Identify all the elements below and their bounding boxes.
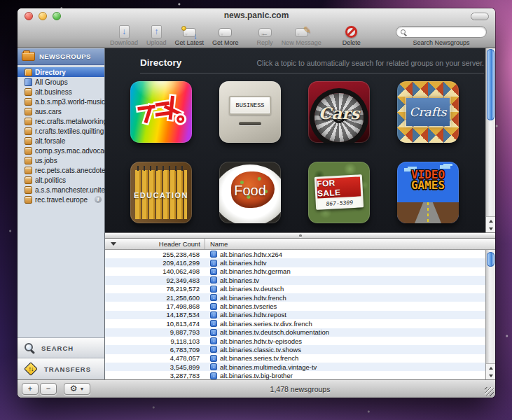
sidebar-item-group[interactable]: rec.crafts.metalworking xyxy=(18,116,104,126)
table-row[interactable]: 6,783,709 alt.binaries.classic.tv.shows xyxy=(105,345,485,354)
scroll-down-arrow[interactable] xyxy=(486,372,495,379)
table-row[interactable]: 9,887,793 alt.binaries.tv.deutsch.dokume… xyxy=(105,328,485,337)
add-button[interactable]: + xyxy=(22,383,39,395)
table-row[interactable]: 92,349,483 alt.binaries.tv xyxy=(105,276,485,284)
scrollbar-thumb[interactable] xyxy=(487,252,494,267)
resize-grip[interactable] xyxy=(485,387,494,396)
table-row[interactable]: 21,258,600 alt.binaries.hdtv.french xyxy=(105,293,485,302)
main-panel: Directory Click a topic to automatically… xyxy=(105,48,495,379)
new-message-button[interactable]: ✎ New Message xyxy=(282,24,321,46)
action-menu-button[interactable]: ⚙ ▼ xyxy=(64,383,90,395)
newsgroup-icon xyxy=(25,137,32,145)
remove-button[interactable]: − xyxy=(40,383,57,395)
scroll-down-arrow[interactable] xyxy=(486,225,495,232)
newsgroup-icon xyxy=(25,127,32,135)
group-download-icon xyxy=(210,329,217,336)
table-row[interactable]: 78,219,572 alt.binaries.tv.deutsch xyxy=(105,285,485,293)
sidebar-item-group[interactable]: us.jobs xyxy=(18,155,104,165)
anime-logo-icon xyxy=(130,81,192,143)
transfers-icon xyxy=(24,362,38,376)
topic-food[interactable]: Food xyxy=(219,162,281,223)
table-row[interactable]: 10,813,474 alt.binaries.series.tv.divx.f… xyxy=(105,319,485,328)
zoom-button[interactable] xyxy=(53,12,61,20)
sort-direction-column[interactable] xyxy=(105,239,122,249)
table-scrollbar[interactable] xyxy=(485,250,495,379)
for-sale-sign: FOR SALE 867-5309 xyxy=(314,174,364,209)
sidebar-action-buttons: + − ⚙ ▼ xyxy=(18,383,105,395)
topic-for-sale[interactable]: FOR SALE 867-5309 xyxy=(308,162,370,223)
topic-business[interactable]: BUSINESS xyxy=(219,81,281,143)
sidebar-item-directory[interactable]: Directory xyxy=(18,67,104,77)
scroll-up-arrow[interactable] xyxy=(486,217,495,225)
sidebar-item-group[interactable]: comp.sys.mac.advocacy xyxy=(18,146,104,155)
newsgroup-icon xyxy=(25,118,32,125)
get-more-icon xyxy=(219,24,232,38)
sidebar-list: Directory All Groups alt.business a.b.s.… xyxy=(18,65,104,204)
sidebar-item-group[interactable]: aus.cars xyxy=(18,106,104,116)
title-bar[interactable]: news.panic.com xyxy=(18,8,495,23)
sidebar-item-group[interactable]: alt.forsale xyxy=(18,136,104,146)
group-download-icon xyxy=(210,286,217,293)
splitter-dimple xyxy=(299,234,302,237)
sidebar-item-group[interactable]: r.crafts.textiles.quilting xyxy=(18,126,104,136)
get-more-button[interactable]: Get More xyxy=(212,24,239,46)
topic-anime[interactable]: アニメ! xyxy=(130,81,192,143)
sidebar-item-all-groups[interactable]: All Groups xyxy=(18,77,104,87)
sidebar: NEWSGROUPS Directory All Groups alt.busi… xyxy=(18,48,105,379)
sidebar-section-transfers[interactable]: TRANSFERS xyxy=(18,358,104,379)
pane-splitter[interactable] xyxy=(105,232,495,239)
directory-header: Directory Click a topic to automatically… xyxy=(140,57,484,74)
all-groups-icon xyxy=(25,78,32,86)
group-download-icon xyxy=(210,303,217,310)
drawer-handle-icon xyxy=(239,122,261,125)
delete-button[interactable]: Delete xyxy=(343,24,361,46)
table-header: Header Count Name xyxy=(105,239,495,250)
table-row[interactable]: 3,287,783 alt.binaries.tv.big-brother xyxy=(105,371,485,379)
sidebar-item-group[interactable]: a.s.s.manchester.united xyxy=(18,185,104,195)
newsgroup-icon xyxy=(25,176,32,184)
info-icon[interactable] xyxy=(95,196,102,203)
topic-education[interactable]: EDUCATION xyxy=(130,162,192,223)
topic-crafts[interactable]: Crafts xyxy=(397,81,459,143)
upload-button[interactable]: Upload xyxy=(146,24,167,46)
topic-video-games[interactable]: VIDEO GAMES xyxy=(397,162,459,223)
window-content: NEWSGROUPS Directory All Groups alt.busi… xyxy=(18,48,495,379)
scrollbar-thumb[interactable] xyxy=(487,49,494,120)
directory-scrollbar[interactable] xyxy=(485,48,495,232)
topic-cars[interactable]: Cars xyxy=(308,81,370,143)
sidebar-section-search[interactable]: SEARCH xyxy=(18,337,104,358)
status-bar: + − ⚙ ▼ 1,478 newsgroups xyxy=(18,379,495,398)
toolbar-toggle-button[interactable] xyxy=(471,13,489,20)
toolbar-search: Search Newsgroups xyxy=(396,26,487,46)
app-window: news.panic.com Download Upload Get Lates… xyxy=(18,8,495,398)
sidebar-item-group[interactable]: alt.politics xyxy=(18,175,104,185)
newsgroup-icon xyxy=(25,88,32,96)
search-input[interactable] xyxy=(396,26,487,38)
table-row[interactable]: 140,062,498 alt.binaries.hdtv.german xyxy=(105,267,485,276)
group-download-icon xyxy=(210,260,217,267)
table-row[interactable]: 17,498,868 alt.binaries.tvseries xyxy=(105,302,485,310)
get-latest-button[interactable]: Get Latest xyxy=(175,24,205,46)
close-button[interactable] xyxy=(25,12,33,20)
upload-icon xyxy=(151,24,162,38)
download-button[interactable]: Download xyxy=(110,24,138,46)
sidebar-section-newsgroups[interactable]: NEWSGROUPS xyxy=(18,48,104,65)
sidebar-item-group[interactable]: rec.travel.europe xyxy=(18,195,104,204)
table-row[interactable]: 209,416,299 alt.binaries.hdtv xyxy=(105,258,485,267)
minimize-button[interactable] xyxy=(39,12,47,20)
table-row[interactable]: 14,187,534 alt.binaries.hdtv.repost xyxy=(105,311,485,319)
header-count-column[interactable]: Header Count xyxy=(122,239,205,249)
sidebar-item-group[interactable]: alt.business xyxy=(18,87,104,97)
table-row[interactable]: 3,545,899 alt.binaries.multimedia.vintag… xyxy=(105,363,485,371)
sidebar-item-group[interactable]: a.b.s.mp3.world-music xyxy=(18,97,104,106)
newsgroup-icon xyxy=(25,157,32,164)
scroll-up-arrow[interactable] xyxy=(486,364,495,372)
table-row[interactable]: 255,238,458 alt.binaries.hdtv.x264 xyxy=(105,250,485,258)
reply-button[interactable]: Reply xyxy=(257,24,273,46)
directory-hint: Click a topic to automatically search fo… xyxy=(257,59,485,67)
group-download-icon xyxy=(210,363,217,370)
table-row[interactable]: 4,478,057 alt.binaries.series.tv.french xyxy=(105,354,485,363)
table-row[interactable]: 9,118,103 alt.binaries.hdtv.tv-episodes xyxy=(105,337,485,345)
name-column[interactable]: Name xyxy=(205,240,228,248)
sidebar-item-group[interactable]: rec.pets.cats.anecdotes xyxy=(18,165,104,175)
